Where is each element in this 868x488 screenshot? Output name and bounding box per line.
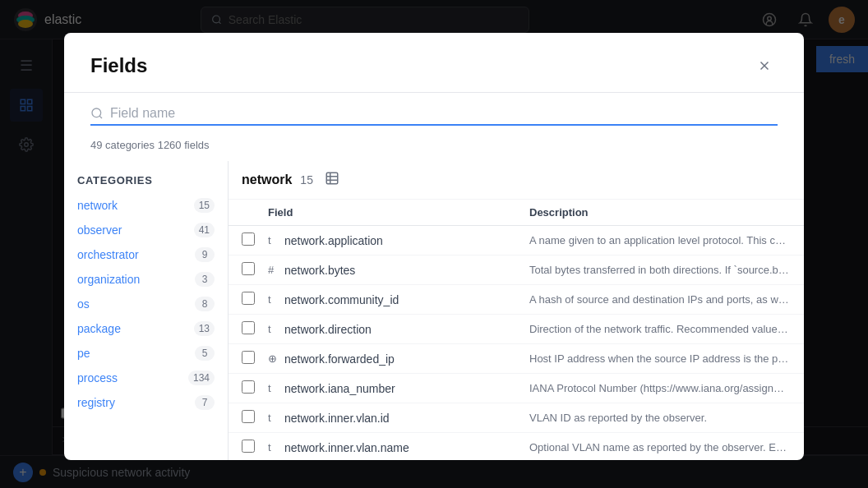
category-item-process[interactable]: process 134 xyxy=(64,366,228,390)
field-description: A name given to an application level pro… xyxy=(529,234,791,246)
table-row: # network.bytes Total bytes transferred … xyxy=(229,256,804,285)
category-count: 5 xyxy=(195,346,215,361)
field-checkbox-0[interactable] xyxy=(242,232,255,246)
close-icon xyxy=(757,58,772,73)
field-col-header: Field xyxy=(268,206,529,219)
search-icon xyxy=(90,107,104,120)
field-name: network.iana_number xyxy=(284,382,395,395)
desc-col-header: Description xyxy=(529,206,791,219)
field-name-cell: t network.inner.vlan.name xyxy=(268,441,529,454)
table-row: t network.application A name given to an… xyxy=(229,226,804,256)
category-count: 8 xyxy=(195,297,215,311)
category-count: 9 xyxy=(195,247,215,262)
field-checkbox-7[interactable] xyxy=(242,440,255,453)
category-item-os[interactable]: os 8 xyxy=(64,292,228,316)
table-row: t network.community_id A hash of source … xyxy=(229,285,804,315)
modal-header: Fields xyxy=(64,33,804,93)
field-type-icon: t xyxy=(268,293,279,306)
category-name: registry xyxy=(77,396,115,409)
table-row: t network.inner.vlan.id VLAN ID as repor… xyxy=(229,403,804,433)
modal-search-section xyxy=(64,93,804,132)
category-name: observer xyxy=(77,223,122,237)
field-type-icon: t xyxy=(268,234,279,246)
field-name: network.inner.vlan.name xyxy=(284,441,409,454)
svg-line-16 xyxy=(99,116,102,118)
field-type-icon: # xyxy=(268,264,279,276)
field-name: network.application xyxy=(284,234,383,247)
category-name: network xyxy=(77,199,118,212)
field-checkbox-6[interactable] xyxy=(242,410,255,423)
fields-table-header: Field Description xyxy=(229,200,804,226)
category-item-package[interactable]: package 13 xyxy=(64,316,228,341)
category-name: organization xyxy=(77,273,140,286)
fields-count-badge: 15 xyxy=(300,173,313,186)
field-description: IANA Protocol Number (https://www.iana.o… xyxy=(529,382,791,394)
fields-count-text: 49 categories 1260 fields xyxy=(64,132,804,161)
field-description: Total bytes transferred in both directio… xyxy=(529,264,791,276)
field-checkbox-3[interactable] xyxy=(242,321,255,334)
grid-view-icon[interactable] xyxy=(325,171,339,189)
field-search-input[interactable] xyxy=(110,106,778,121)
field-type-icon: t xyxy=(268,382,279,394)
categories-panel: Categories network 15 observer 41 orches… xyxy=(64,161,229,460)
category-name: pe xyxy=(77,347,90,360)
category-count: 41 xyxy=(194,223,215,237)
category-item-orchestrator[interactable]: orchestrator 9 xyxy=(64,242,228,267)
field-checkbox-5[interactable] xyxy=(242,380,255,394)
category-item-pe[interactable]: pe 5 xyxy=(64,341,228,366)
categories-title: Categories xyxy=(64,168,228,193)
field-name-cell: t network.inner.vlan.id xyxy=(268,412,529,425)
table-view-icon xyxy=(325,171,339,186)
modal-body: Categories network 15 observer 41 orches… xyxy=(64,161,804,460)
field-name-cell: # network.bytes xyxy=(268,264,529,277)
fields-panel: network 15 Field Description t n xyxy=(229,161,804,460)
field-name-cell: t network.iana_number xyxy=(268,382,529,395)
category-name: process xyxy=(77,371,118,384)
category-count: 15 xyxy=(194,198,215,213)
field-name-cell: t network.direction xyxy=(268,323,529,336)
modal-overlay[interactable]: Fields 49 categories 1260 fields Categor… xyxy=(0,0,868,488)
category-name: orchestrator xyxy=(77,248,139,261)
field-name-cell: ⊕ network.forwarded_ip xyxy=(268,352,529,366)
category-count: 13 xyxy=(194,321,215,336)
table-row: ⊕ network.forwarded_ip Host IP address w… xyxy=(229,344,804,374)
field-name-cell: t network.community_id xyxy=(268,293,529,306)
category-item-network[interactable]: network 15 xyxy=(64,193,228,218)
field-description: Direction of the network traffic. Recomm… xyxy=(529,323,791,335)
category-count: 134 xyxy=(188,371,215,385)
fields-modal: Fields 49 categories 1260 fields Categor… xyxy=(64,33,804,460)
field-name-cell: t network.application xyxy=(268,234,529,247)
field-search-wrap xyxy=(90,106,778,126)
field-description: Host IP address when the source IP addre… xyxy=(529,352,791,365)
category-item-registry[interactable]: registry 7 xyxy=(64,390,228,415)
category-name: os xyxy=(77,297,90,311)
field-type-icon: ⊕ xyxy=(268,352,279,365)
field-type-icon: t xyxy=(268,412,279,424)
active-category-label: network xyxy=(242,173,292,187)
field-name: network.forwarded_ip xyxy=(284,352,395,366)
field-name: network.bytes xyxy=(284,264,355,277)
fields-table: Field Description t network.application … xyxy=(229,200,804,460)
category-count: 3 xyxy=(195,272,215,287)
field-name: network.inner.vlan.id xyxy=(284,412,390,425)
field-checkbox-4[interactable] xyxy=(242,351,255,364)
category-count: 7 xyxy=(195,395,215,410)
field-type-icon: t xyxy=(268,323,279,335)
category-name: package xyxy=(77,322,121,335)
field-checkbox-1[interactable] xyxy=(242,262,255,275)
modal-close-button[interactable] xyxy=(751,53,778,79)
table-row: t network.iana_number IANA Protocol Numb… xyxy=(229,374,804,403)
modal-title: Fields xyxy=(90,54,147,77)
fields-panel-header: network 15 xyxy=(229,161,804,200)
field-name: network.direction xyxy=(284,323,372,336)
field-checkbox-2[interactable] xyxy=(242,292,255,305)
table-row: t network.inner.vlan.name Optional VLAN … xyxy=(229,433,804,460)
category-item-observer[interactable]: observer 41 xyxy=(64,218,228,242)
field-description: VLAN ID as reported by the observer. xyxy=(529,412,791,424)
field-description: Optional VLAN name as reported by the ob… xyxy=(529,441,791,453)
field-name: network.community_id xyxy=(284,293,399,306)
table-row: t network.direction Direction of the net… xyxy=(229,315,804,344)
category-item-organization[interactable]: organization 3 xyxy=(64,267,228,292)
svg-point-15 xyxy=(92,108,101,117)
field-type-icon: t xyxy=(268,441,279,453)
